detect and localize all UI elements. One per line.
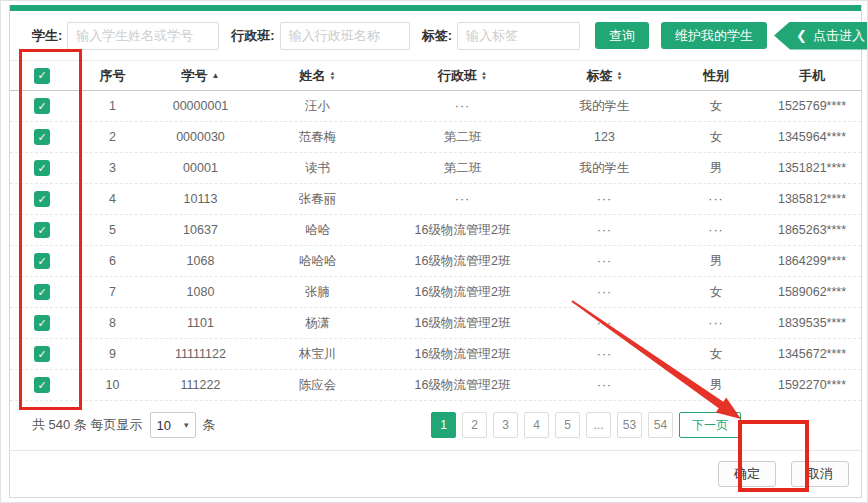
cell-student-id: 10113 <box>151 184 250 214</box>
row-checkbox[interactable]: ✓ <box>34 253 50 269</box>
table-row: ✓ 1 00000001 汪小 ··· 我的学生 女 1525769**** <box>10 91 861 122</box>
cell-seq: 1 <box>74 91 151 121</box>
row-checkbox[interactable]: ✓ <box>34 160 50 176</box>
check-icon: ✓ <box>37 318 46 329</box>
header-tag[interactable]: 标签 ▲▼ <box>540 61 669 90</box>
check-icon: ✓ <box>37 101 46 112</box>
page-button-1[interactable]: 1 <box>431 412 456 438</box>
student-select-dialog: 学生: 行政班: 标签: 查询 维护我的学生 ❮ 点击进入 ✓ 序号 学号 ▲ … <box>9 5 862 498</box>
student-search-input[interactable] <box>67 22 219 50</box>
cell-seq: 3 <box>74 153 151 183</box>
row-checkbox[interactable]: ✓ <box>34 222 50 238</box>
confirm-button[interactable]: 确定 <box>718 461 776 487</box>
header-class[interactable]: 行政班 ▲▼ <box>385 61 540 90</box>
unit-suffix-text: 条 <box>203 416 216 434</box>
table-row: ✓ 8 1101 杨潇 16级物流管理2班 ··· ··· 1839535***… <box>10 308 861 339</box>
cell-class: 第二班 <box>385 153 540 183</box>
header-phone: 手机 <box>763 61 861 90</box>
cell-phone: 1592270**** <box>763 370 861 400</box>
cell-tag: ··· <box>540 184 669 214</box>
cell-class: 16级物流管理2班 <box>385 246 540 276</box>
cancel-button[interactable]: 取消 <box>791 461 849 487</box>
cell-student-id: 00001 <box>151 153 250 183</box>
check-icon: ✓ <box>37 194 46 205</box>
page-button-54[interactable]: 54 <box>648 412 673 438</box>
header-checkbox-cell: ✓ <box>10 61 74 90</box>
row-checkbox[interactable]: ✓ <box>34 346 50 362</box>
check-icon: ✓ <box>37 349 46 360</box>
cell-name: 林宝川 <box>250 339 385 369</box>
table-row: ✓ 2 0000030 范春梅 第二班 123 女 1345964**** <box>10 122 861 153</box>
class-filter-label: 行政班: <box>231 27 274 45</box>
cell-gender: ··· <box>669 308 763 338</box>
page-size-value: 10 <box>157 418 171 433</box>
check-icon: ✓ <box>37 225 46 236</box>
next-page-button[interactable]: 下一页 <box>679 412 741 438</box>
header-student-id[interactable]: 学号 ▲ <box>151 61 250 90</box>
row-checkbox[interactable]: ✓ <box>34 191 50 207</box>
row-checkbox[interactable]: ✓ <box>34 284 50 300</box>
header-name[interactable]: 姓名 ▲▼ <box>250 61 385 90</box>
table-row: ✓ 6 1068 哈哈哈 16级物流管理2班 ··· 男 1864299**** <box>10 246 861 277</box>
check-icon: ✓ <box>37 287 46 298</box>
cell-class: 16级物流管理2班 <box>385 277 540 307</box>
cell-student-id: 1080 <box>151 277 250 307</box>
table-row: ✓ 10 111222 陈应会 16级物流管理2班 ··· 男 1592270*… <box>10 370 861 401</box>
tag-search-input[interactable] <box>457 22 580 50</box>
cell-phone: 1865263**** <box>763 215 861 245</box>
header-seq: 序号 <box>74 61 151 90</box>
check-icon: ✓ <box>37 70 46 81</box>
row-checkbox-cell: ✓ <box>10 153 74 183</box>
row-checkbox[interactable]: ✓ <box>34 98 50 114</box>
cell-seq: 8 <box>74 308 151 338</box>
cell-student-id: 10637 <box>151 215 250 245</box>
row-checkbox[interactable]: ✓ <box>34 377 50 393</box>
page-size-select[interactable]: 10 ▾ <box>150 412 196 438</box>
search-button[interactable]: 查询 <box>595 22 649 49</box>
cell-phone: 1864299**** <box>763 246 861 276</box>
cell-gender: 女 <box>669 91 763 121</box>
page-button-4[interactable]: 4 <box>524 412 549 438</box>
cell-student-id: 00000001 <box>151 91 250 121</box>
cell-tag: ··· <box>540 246 669 276</box>
cell-student-id: 111222 <box>151 370 250 400</box>
row-checkbox-cell: ✓ <box>10 339 74 369</box>
page-button-5[interactable]: 5 <box>555 412 580 438</box>
cell-tag: ··· <box>540 277 669 307</box>
caret-down-icon: ▾ <box>184 420 189 430</box>
cell-class: 第二班 <box>385 122 540 152</box>
table-row: ✓ 5 10637 哈哈 16级物流管理2班 ··· ··· 1865263**… <box>10 215 861 246</box>
cell-phone: 1351821**** <box>763 153 861 183</box>
row-checkbox-cell: ✓ <box>10 370 74 400</box>
pagination: 12345...5354 下一页 <box>431 412 741 438</box>
row-checkbox[interactable]: ✓ <box>34 129 50 145</box>
cell-tag: ··· <box>540 339 669 369</box>
cell-name: 读书 <box>250 153 385 183</box>
page-button-2[interactable]: 2 <box>462 412 487 438</box>
class-search-input[interactable] <box>280 22 410 50</box>
cell-class: 16级物流管理2班 <box>385 339 540 369</box>
dialog-action-bar: 确定 取消 <box>10 450 861 497</box>
header-gender: 性别 <box>669 61 763 90</box>
page-button-3[interactable]: 3 <box>493 412 518 438</box>
cell-gender: 女 <box>669 339 763 369</box>
cell-student-id: 1101 <box>151 308 250 338</box>
sort-icon: ▲▼ <box>330 71 336 81</box>
maintain-my-students-button[interactable]: 维护我的学生 <box>661 22 767 49</box>
sort-ascending-icon: ▲ <box>212 71 220 80</box>
cell-phone: 1345964**** <box>763 122 861 152</box>
page-ellipsis: ... <box>586 412 611 438</box>
page-button-53[interactable]: 53 <box>617 412 642 438</box>
select-all-checkbox[interactable]: ✓ <box>34 68 50 84</box>
cell-gender: 女 <box>669 122 763 152</box>
cell-seq: 2 <box>74 122 151 152</box>
click-to-enter-button[interactable]: ❮ 点击进入 <box>774 22 868 50</box>
cell-class: 16级物流管理2班 <box>385 308 540 338</box>
row-checkbox[interactable]: ✓ <box>34 315 50 331</box>
table-row: ✓ 7 1080 张腩 16级物流管理2班 ··· 女 1589062**** <box>10 277 861 308</box>
cell-seq: 9 <box>74 339 151 369</box>
table-row: ✓ 3 00001 读书 第二班 我的学生 男 1351821**** <box>10 153 861 184</box>
cell-name: 张腩 <box>250 277 385 307</box>
tag-filter-label: 标签: <box>422 27 452 45</box>
cell-seq: 10 <box>74 370 151 400</box>
